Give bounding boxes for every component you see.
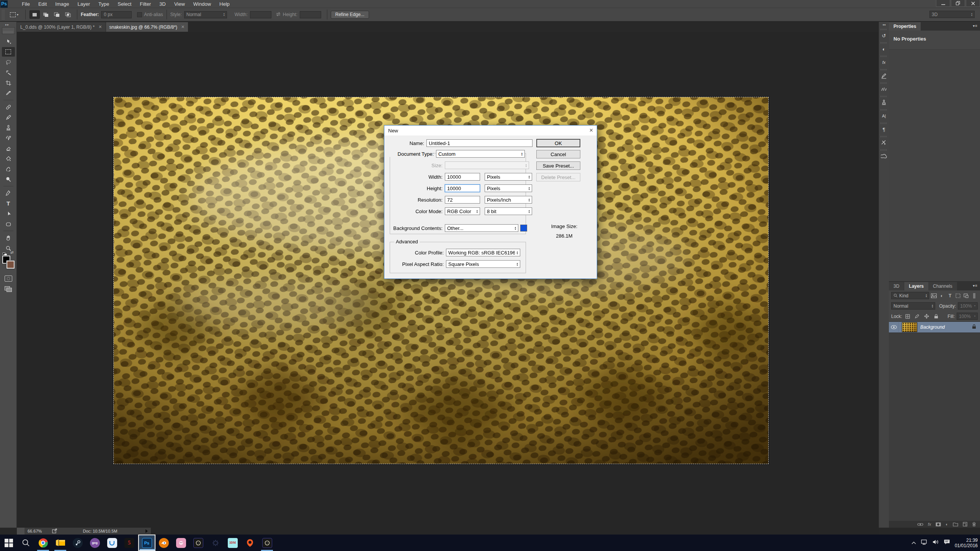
lock-position-icon[interactable] xyxy=(923,313,931,320)
clone-source-panel-icon[interactable] xyxy=(879,98,889,107)
taskbar-gear-app-icon[interactable] xyxy=(207,535,224,551)
menu-help[interactable]: Help xyxy=(215,0,234,8)
styles-panel-icon[interactable]: fx xyxy=(879,58,889,67)
close-tab-icon[interactable]: ✕ xyxy=(181,24,185,29)
document-type-dropdown[interactable]: Custom▴▾ xyxy=(436,150,525,158)
pixel-aspect-ratio-dropdown[interactable]: Square Pixels▴▾ xyxy=(446,260,520,268)
tool-presets-panel-icon[interactable] xyxy=(879,138,889,147)
taskbar-photoshop-icon[interactable]: Ps xyxy=(138,535,155,551)
path-selection-tool[interactable] xyxy=(2,209,15,218)
blend-mode-dropdown[interactable]: Normal▴▾ xyxy=(891,302,935,310)
workspace-dropdown[interactable]: 3D▴▾ xyxy=(929,11,975,18)
tab-snakeskin[interactable]: snakeskin.jpg @ 66.7% (RGB/8*) ✕ xyxy=(106,22,188,32)
document-size-info[interactable]: Doc: 10.5M/10.5M xyxy=(58,529,142,533)
shape-tool[interactable] xyxy=(2,219,15,229)
restore-button[interactable] xyxy=(951,0,965,7)
options-bar-gripper[interactable] xyxy=(2,10,5,20)
pen-tool[interactable] xyxy=(2,188,15,198)
quick-mask-button[interactable] xyxy=(5,276,12,282)
taskbar-app-pink-icon[interactable] xyxy=(172,535,189,551)
menu-file[interactable]: File xyxy=(18,0,34,8)
close-tab-icon[interactable]: ✕ xyxy=(98,24,102,29)
filter-smart-objects-icon[interactable] xyxy=(963,292,970,299)
brush-settings-panel-icon[interactable] xyxy=(879,71,889,80)
tab-channels[interactable]: Channels xyxy=(928,282,957,290)
menu-edit[interactable]: Edit xyxy=(34,0,51,8)
tab-layers[interactable]: Layers xyxy=(904,282,928,290)
hand-tool[interactable] xyxy=(2,233,15,243)
move-tool[interactable] xyxy=(2,37,15,46)
export-icon[interactable] xyxy=(52,528,58,534)
paragraph-panel-icon[interactable]: ¶ xyxy=(879,125,889,134)
rectangular-marquee-tool[interactable] xyxy=(2,47,15,57)
zoom-level-field[interactable]: 66.67% xyxy=(28,529,52,533)
taskbar-gog-icon[interactable]: gog xyxy=(86,535,103,551)
history-brush-tool[interactable] xyxy=(2,133,15,143)
filter-shape-layers-icon[interactable] xyxy=(955,292,962,299)
panel-menu-icon[interactable]: ▾≡ xyxy=(973,24,978,28)
background-contents-dropdown[interactable]: Other...▴▾ xyxy=(445,224,518,232)
color-mode-dropdown[interactable]: RGB Color▴▾ xyxy=(445,207,480,215)
new-adjustment-layer-icon[interactable]: ◐ xyxy=(946,522,948,527)
selection-mode-new-icon[interactable] xyxy=(29,10,40,19)
color-profile-dropdown[interactable]: Working RGB: sRGB IEC61966-2.1▴▾ xyxy=(446,249,520,256)
delete-layer-icon[interactable] xyxy=(972,522,976,527)
filter-adjustment-layers-icon[interactable]: ◐ xyxy=(938,292,945,299)
taskbar-3dm-icon[interactable]: 3DM xyxy=(224,535,241,551)
expand-dock-icon[interactable]: ◂◂ xyxy=(882,23,885,26)
character-panel-icon[interactable]: A| xyxy=(879,111,889,121)
tool-preset-marquee-icon[interactable]: ▾ xyxy=(7,10,22,19)
selection-mode-add-icon[interactable] xyxy=(41,10,51,19)
taskbar-blender-icon[interactable] xyxy=(155,535,172,551)
menu-view[interactable]: View xyxy=(170,0,189,8)
layer-visibility-toggle[interactable] xyxy=(889,321,899,333)
menu-select[interactable]: Select xyxy=(113,0,136,8)
fill-dropdown[interactable]: 100%▾ xyxy=(957,313,978,320)
eyedropper-tool[interactable] xyxy=(2,88,15,98)
taskbar-chrome-icon[interactable] xyxy=(34,535,52,551)
dialog-close-icon[interactable]: ✕ xyxy=(589,127,593,133)
refine-edge-button[interactable]: Refine Edge... xyxy=(331,11,369,19)
add-layer-mask-icon[interactable] xyxy=(936,522,941,527)
taskbar-uplay-icon[interactable] xyxy=(103,535,121,551)
menu-window[interactable]: Window xyxy=(189,0,215,8)
layer-thumbnail[interactable] xyxy=(902,322,917,332)
name-input[interactable]: Untitled-1 xyxy=(426,139,532,147)
history-panel-icon[interactable]: ↺ xyxy=(879,31,889,40)
libraries-panel-icon[interactable] xyxy=(879,152,889,161)
filter-kind-dropdown[interactable]: Kind ▴▾ xyxy=(891,292,929,299)
menu-layer[interactable]: Layer xyxy=(74,0,95,8)
menu-3d[interactable]: 3D xyxy=(155,0,170,8)
new-layer-icon[interactable] xyxy=(963,522,967,527)
taskbar-steam-icon[interactable] xyxy=(69,535,86,551)
style-dropdown[interactable]: Normal▴▾ xyxy=(184,11,227,18)
taskbar-game-icon-1[interactable] xyxy=(189,535,207,551)
crop-tool[interactable] xyxy=(2,78,15,88)
menu-type[interactable]: Type xyxy=(94,0,113,8)
brush-tool[interactable] xyxy=(2,112,15,122)
save-preset-button[interactable]: Save Preset... xyxy=(536,161,580,170)
filter-pixel-layers-icon[interactable] xyxy=(930,292,937,299)
layer-name[interactable]: Background xyxy=(920,324,972,330)
height-input[interactable] xyxy=(300,11,321,18)
network-icon[interactable] xyxy=(921,539,928,546)
opacity-dropdown[interactable]: 100%▾ xyxy=(958,302,978,310)
layer-row-background[interactable]: Background xyxy=(889,321,980,333)
selection-mode-subtract-icon[interactable] xyxy=(52,10,62,19)
resolution-unit-dropdown[interactable]: Pixels/Inch▴▾ xyxy=(485,196,532,204)
height-input[interactable]: 10000 xyxy=(445,184,480,192)
anti-alias-checkbox[interactable] xyxy=(137,12,142,17)
tab-3d[interactable]: 3D xyxy=(889,282,904,290)
gradient-tool[interactable] xyxy=(2,154,15,163)
tools-gripper[interactable] xyxy=(2,27,15,34)
background-color-swatch[interactable] xyxy=(520,225,527,231)
swap-dimensions-icon[interactable] xyxy=(275,12,281,18)
resolution-input[interactable]: 72 xyxy=(445,196,480,204)
type-tool[interactable]: T xyxy=(2,199,15,208)
bit-depth-dropdown[interactable]: 8 bit▴▾ xyxy=(485,207,532,215)
lock-transparency-icon[interactable] xyxy=(903,313,912,320)
action-center-icon[interactable] xyxy=(944,539,950,546)
taskbar-game-icon-2[interactable] xyxy=(258,535,276,551)
adjustments-panel-icon[interactable]: ◐ xyxy=(879,44,889,54)
taskbar-search-button[interactable] xyxy=(17,535,34,551)
